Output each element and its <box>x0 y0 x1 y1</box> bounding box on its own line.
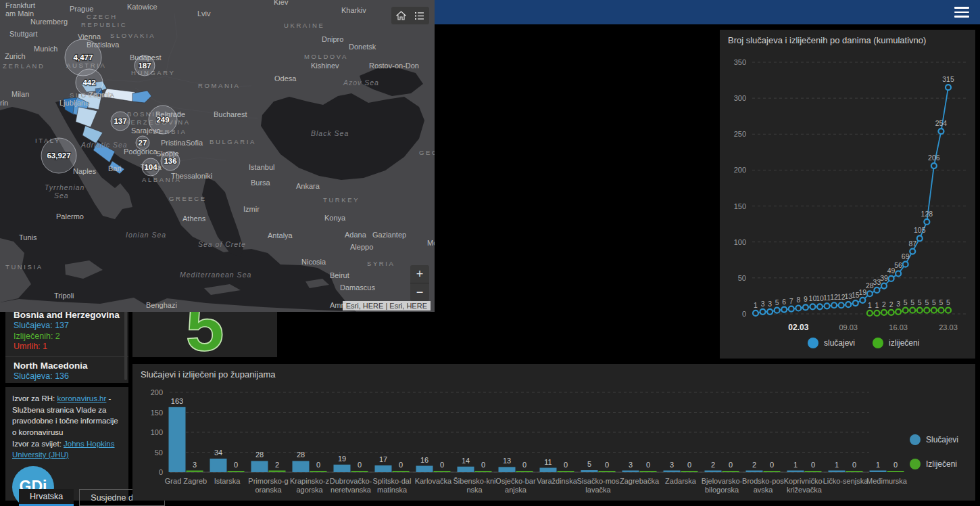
cases-bar[interactable] <box>416 466 433 472</box>
recovered-bar[interactable] <box>558 471 574 472</box>
svg-text:0: 0 <box>811 461 815 469</box>
recovered-bar[interactable] <box>310 471 327 472</box>
legend-icon[interactable] <box>410 7 429 24</box>
map-label: Odesa <box>274 74 297 83</box>
zoom-in-icon[interactable]: + <box>410 265 429 283</box>
cases-bar[interactable] <box>540 468 557 472</box>
svg-text:13: 13 <box>503 457 511 465</box>
svg-text:8: 8 <box>796 296 800 304</box>
recovered-bar[interactable] <box>434 471 451 472</box>
recovered-bar[interactable] <box>640 471 657 472</box>
data-point <box>867 291 873 296</box>
recovered-bar[interactable] <box>887 471 904 472</box>
map-panel: Frankfurtam MainNurembergPragueCZECHREPU… <box>0 0 435 329</box>
home-icon[interactable] <box>391 7 410 24</box>
recovered-bar[interactable] <box>475 471 492 472</box>
cases-bar[interactable] <box>829 471 846 473</box>
map-label: Rostov-on-Don <box>369 62 419 70</box>
recovered-bar[interactable] <box>599 471 616 472</box>
svg-text:0: 0 <box>399 461 403 469</box>
map-label: Aleppo <box>350 243 373 251</box>
cases-bar[interactable] <box>251 461 268 472</box>
data-point <box>917 235 923 241</box>
cases-bar[interactable] <box>622 471 639 473</box>
map-label: Bursa <box>251 179 271 187</box>
svg-text:nska: nska <box>466 486 483 494</box>
svg-text:Međimurska: Međimurska <box>866 477 908 485</box>
map-label: GEOR <box>419 149 435 156</box>
svg-text:križevačka: križevačka <box>787 486 823 494</box>
svg-text:11: 11 <box>544 458 552 466</box>
cases-bar[interactable] <box>870 471 887 473</box>
recovered-bar[interactable] <box>228 471 245 472</box>
recovered-bar[interactable] <box>846 471 863 472</box>
recovered-bar[interactable] <box>805 471 822 472</box>
cases-bar[interactable] <box>705 471 722 473</box>
tab-hrvatska[interactable]: Hrvatska <box>19 489 74 506</box>
cases-bar[interactable] <box>787 471 804 473</box>
recovered-bar[interactable] <box>681 471 698 472</box>
sources-panel: Izvor za RH: koronavirus.hr - Službena s… <box>5 387 128 501</box>
svg-text:Zadarska: Zadarska <box>665 477 697 485</box>
cases-bar[interactable] <box>664 471 681 473</box>
recovered-bar[interactable] <box>722 471 739 472</box>
koronavirus-link[interactable]: koronavirus.hr <box>57 394 106 402</box>
svg-text:Primorsko-g: Primorsko-g <box>248 477 288 485</box>
data-point <box>874 288 879 293</box>
svg-text:9: 9 <box>804 295 808 303</box>
daily-cumulative-chart-panel: Broj slučajeva i izliječenih po danima (… <box>720 30 975 359</box>
europe-map[interactable]: Frankfurtam MainNurembergPragueCZECHREPU… <box>0 0 435 312</box>
svg-text:Brodsko-pos: Brodsko-pos <box>742 477 784 485</box>
data-point <box>931 163 937 168</box>
map-label: Kiev <box>274 0 289 6</box>
cases-bar[interactable] <box>210 459 227 472</box>
svg-text:Bjelovarsko-: Bjelovarsko- <box>702 477 743 485</box>
data-point <box>781 307 787 313</box>
map-label: Prague <box>70 5 93 13</box>
data-point <box>846 302 851 307</box>
cases-bar[interactable] <box>499 467 516 472</box>
data-point <box>767 309 773 315</box>
map-label: MOLDOVA <box>304 53 348 60</box>
country-list-item[interactable]: North MacedoniaSlučajeva: 136Izliječenih… <box>5 356 128 383</box>
map-label: UKRAINE <box>284 22 324 29</box>
svg-text:69: 69 <box>902 252 910 260</box>
map-label: Ljubljana <box>59 99 90 107</box>
country-list-item[interactable]: Bosnia and HerzegovinaSlučajeva: 137Izli… <box>5 305 128 356</box>
svg-text:2: 2 <box>882 300 886 308</box>
recovered-bar[interactable] <box>393 471 410 472</box>
map-label: rin <box>0 99 8 107</box>
data-point <box>881 283 887 289</box>
recovered-bar[interactable] <box>516 471 533 472</box>
zoom-out-icon[interactable]: − <box>410 283 429 301</box>
svg-text:1: 1 <box>868 301 872 309</box>
recovered-bar[interactable] <box>269 471 286 473</box>
recovered-bar[interactable] <box>351 471 368 472</box>
cases-bar[interactable] <box>458 467 474 472</box>
data-point <box>938 308 944 313</box>
cases-bar[interactable] <box>169 407 186 472</box>
menu-icon[interactable] <box>954 7 969 18</box>
cases-bar[interactable] <box>334 465 351 472</box>
svg-text:5: 5 <box>925 298 929 306</box>
map-label: Kishinev <box>311 62 339 70</box>
recovered-bar[interactable] <box>187 471 203 473</box>
svg-text:Koprivničko-: Koprivničko- <box>784 477 825 485</box>
data-point <box>867 310 873 316</box>
map-label: Naples <box>73 167 97 175</box>
country-cases: Slučajeva: 137 <box>14 321 120 331</box>
map-label: Thessaloniki <box>171 172 212 180</box>
map-label: Nicosia <box>301 258 326 266</box>
cases-bar[interactable] <box>581 470 598 472</box>
data-point <box>896 271 901 276</box>
cases-bar[interactable] <box>375 465 392 472</box>
svg-text:254: 254 <box>935 119 948 127</box>
map-label: Antalya <box>268 231 293 239</box>
cases-bar[interactable] <box>746 471 763 473</box>
cases-bar[interactable] <box>293 461 310 472</box>
recovered-bar[interactable] <box>764 471 781 472</box>
svg-text:150: 150 <box>151 409 163 417</box>
map-label: Munich <box>34 45 57 53</box>
map-canvas[interactable]: Frankfurtam MainNurembergPragueCZECHREPU… <box>0 0 435 312</box>
svg-text:09.03: 09.03 <box>839 323 858 331</box>
